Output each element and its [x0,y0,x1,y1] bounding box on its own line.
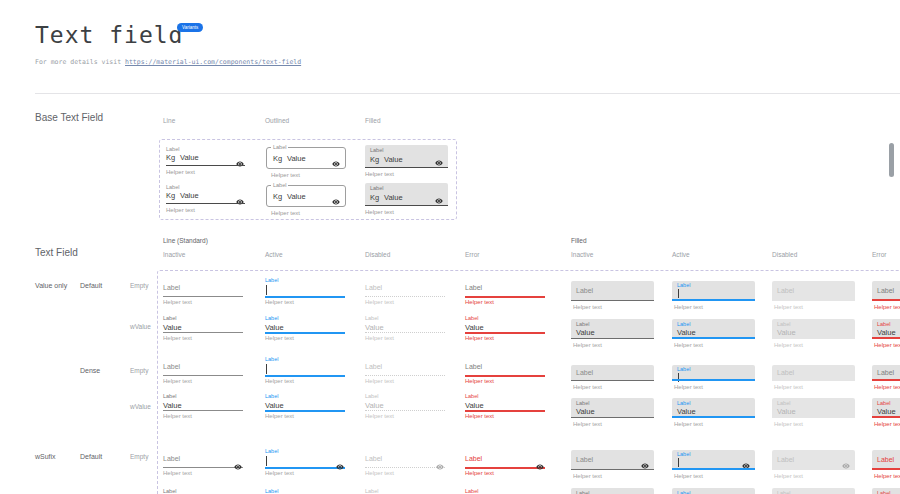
text-field-line-inactive[interactable]: Helper textLabelValue [163,312,243,348]
text-field-line-error[interactable]: Helper textLabel [465,356,545,392]
text-field-filled-inactive[interactable]: LabelValueHelper text [571,312,654,352]
text-field-line-active[interactable]: Helper textLabelValue [265,482,345,494]
text-field-filled-disabled[interactable]: LabelValueHelper text [772,390,855,430]
base-text-field-outlined[interactable]: KgValueLabelHelper text [266,146,346,180]
field-underline [465,296,545,298]
text-field-filled-disabled[interactable]: LabelHelper text [772,276,855,316]
field-label: Label [777,400,790,406]
eye-icon [435,191,443,199]
field-underline [166,203,245,204]
helper-text: Helper text [271,172,300,178]
text-field-line-disabled[interactable]: Helper textLabel [365,444,445,480]
field-underline [265,375,345,377]
text-field-filled-inactive[interactable]: LabelValueHelper text [571,390,654,430]
base-text-field-filled[interactable]: LabelKgValueHelper text [365,183,448,217]
text-field-filled-error[interactable]: LabelHelper text [872,276,900,316]
text-field-line-disabled[interactable]: Helper textLabelValue [365,390,445,426]
field-value: Value [163,323,182,332]
text-field-line-error[interactable]: Helper textLabel [465,444,545,480]
text-field-filled-inactive[interactable]: LabelHelper text [571,444,654,484]
text-field-line-disabled[interactable]: Helper textLabelValue [365,312,445,348]
variants-badge: Variants [177,23,203,32]
divider [35,93,900,94]
text-field-filled-inactive[interactable]: LabelHelper text [571,276,654,316]
text-field-line-inactive[interactable]: Helper textLabelValue [163,482,243,494]
matrix-group-header-line: Line (Standard) [163,237,208,244]
base-text-field-filled[interactable]: LabelKgValueHelper text [365,145,448,179]
field-label: Label [365,363,382,370]
field-label: Label [465,284,482,291]
text-field-filled-inactive[interactable]: LabelValueHelper text [571,482,654,494]
row-size-label: Default [80,453,102,460]
field-value: Value [384,193,403,202]
text-field-filled-error[interactable]: LabelValueHelper text [872,312,900,352]
text-field-filled-error[interactable]: LabelValueHelper text [872,390,900,430]
text-field-filled-error[interactable]: LabelValueHelper text [872,482,900,494]
text-field-line-inactive[interactable]: Helper textLabel [163,444,243,480]
helper-text: Helper text [874,473,900,479]
field-underline [872,468,900,470]
text-field-filled-disabled[interactable]: LabelValueHelper text [772,312,855,352]
text-field-line-disabled[interactable]: Helper textLabelValue [365,482,445,494]
field-underline [465,332,545,334]
text-field-line-active[interactable]: Helper textLabel [265,356,345,392]
text-field-line-error[interactable]: Helper textLabelValue [465,482,545,494]
text-field-line-disabled[interactable]: Helper textLabel [365,276,445,312]
text-field-line-active[interactable]: Helper textLabel [265,444,345,480]
filled-field-box: Label [571,281,654,301]
field-underline [571,338,654,339]
base-text-field-line[interactable]: LabelKgValueHelper text [166,146,245,176]
field-label: Label [163,315,176,321]
text-field-filled-error[interactable]: LabelHelper text [872,444,900,484]
text-field-line-active[interactable]: Helper textLabelValue [265,390,345,426]
text-field-filled-active[interactable]: LabelHelper text [672,444,755,484]
text-field-filled-disabled[interactable]: LabelValueHelper text [772,482,855,494]
helper-text: Helper text [365,335,394,341]
field-underline [265,332,345,334]
docs-link[interactable]: https://material-ui.com/components/text-… [125,58,301,66]
text-field-line-disabled[interactable]: Helper textLabel [365,356,445,392]
text-field-filled-disabled[interactable]: LabelHelper text [772,444,855,484]
section-title-base: Base Text Field [35,112,103,123]
helper-text: Helper text [166,169,195,175]
scrollbar-thumb[interactable] [889,143,894,177]
helper-text: Helper text [874,304,900,310]
state-header-disabled: Disabled [772,251,797,258]
filled-field-box: Label [672,450,755,470]
filled-field-box: LabelValue [872,488,900,494]
field-value: Value [877,328,896,337]
text-field-line-inactive[interactable]: Helper textLabelValue [163,390,243,426]
field-underline [166,165,245,166]
text-field-filled-active[interactable]: LabelValueHelper text [672,312,755,352]
eye-icon [234,457,242,465]
field-label: Label [365,315,378,321]
helper-text: Helper text [365,299,394,305]
field-prefix: Kg [370,193,379,202]
filled-field-box: LabelValue [672,398,755,418]
filled-field-box: Label [672,281,755,301]
text-field-filled-active[interactable]: LabelValueHelper text [672,390,755,430]
text-field-line-error[interactable]: Helper textLabelValue [465,312,545,348]
text-field-filled-active[interactable]: LabelValueHelper text [672,482,755,494]
base-text-field-outlined[interactable]: KgValueLabelHelper text [266,184,346,218]
text-field-line-error[interactable]: Helper textLabel [465,276,545,312]
helper-text: Helper text [874,342,900,348]
helper-text: Helper text [265,335,294,341]
helper-text: Helper text [774,421,803,427]
text-field-line-inactive[interactable]: Helper textLabel [163,276,243,312]
field-label: Label [777,456,794,463]
field-prefix: Kg [166,191,175,200]
filled-field-box: LabelValue [772,488,855,494]
helper-text: Helper text [365,470,394,476]
text-field-filled-active[interactable]: LabelHelper text [672,276,755,316]
eye-icon [435,153,443,161]
field-prefix: Kg [166,153,175,162]
field-underline [672,468,755,470]
text-field-line-active[interactable]: Helper textLabelValue [265,312,345,348]
field-prefix: Kg [273,154,282,163]
base-text-field-line[interactable]: LabelKgValueHelper text [166,184,245,214]
text-field-line-inactive[interactable]: Helper textLabel [163,356,243,392]
field-label: Label [265,393,278,399]
text-field-line-error[interactable]: Helper textLabelValue [465,390,545,426]
text-field-line-active[interactable]: Helper textLabel [265,276,345,312]
